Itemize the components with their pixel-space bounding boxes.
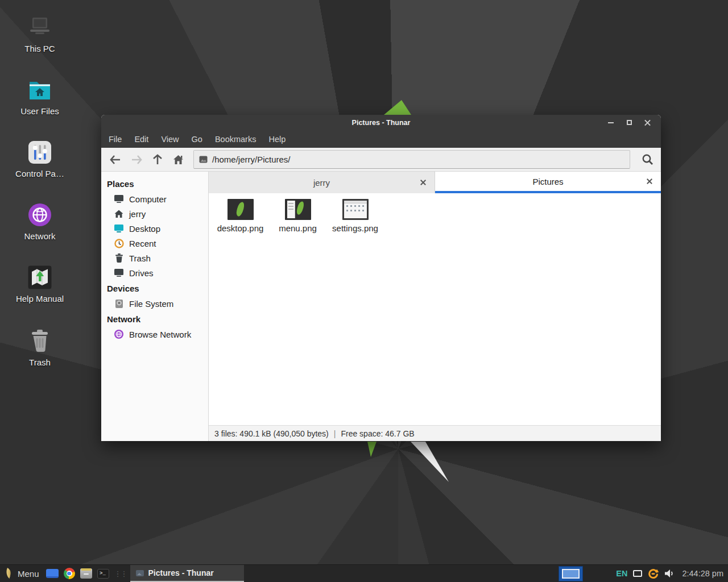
browse-network-globe-icon bbox=[114, 329, 124, 339]
sidebar-header-places: Places bbox=[101, 176, 208, 192]
menu-button[interactable]: Menu bbox=[0, 565, 44, 582]
network-globe-icon bbox=[11, 201, 68, 228]
home-folder-icon bbox=[11, 76, 68, 103]
workspace-switcher[interactable] bbox=[559, 566, 583, 581]
sidebar-item-label: Browse Network bbox=[129, 330, 191, 339]
drives-icon bbox=[114, 268, 124, 278]
status-files-summary: 3 files: 490.1 kB (490,050 bytes) bbox=[214, 429, 329, 438]
sidebar-item-desktop[interactable]: Desktop bbox=[101, 221, 208, 236]
menu-button-label: Menu bbox=[18, 569, 39, 579]
tab-jerry[interactable]: jerry bbox=[209, 172, 435, 193]
filesystem-drive-icon bbox=[114, 298, 124, 309]
status-divider: | bbox=[334, 429, 336, 438]
menu-edit[interactable]: Edit bbox=[128, 132, 155, 147]
sidebar-header-devices: Devices bbox=[101, 280, 208, 296]
tab-label: jerry bbox=[313, 178, 330, 188]
toolbar: /home/jerry/Pictures/ bbox=[101, 148, 661, 172]
minimize-button[interactable] bbox=[602, 115, 620, 130]
forward-button[interactable] bbox=[126, 150, 147, 169]
tab-pictures[interactable]: Pictures bbox=[435, 172, 661, 193]
search-icon bbox=[642, 153, 653, 165]
sidebar-item-trash[interactable]: Trash bbox=[101, 251, 208, 265]
help-manual-icon bbox=[11, 264, 68, 291]
file-settings-png[interactable]: settings.png bbox=[327, 199, 383, 233]
path-bar[interactable]: /home/jerry/Pictures/ bbox=[193, 150, 630, 169]
back-arrow-icon bbox=[110, 155, 121, 164]
file-desktop-png[interactable]: desktop.png bbox=[212, 199, 268, 233]
image-thumbnail bbox=[228, 199, 254, 220]
sidebar-item-label: Computer bbox=[129, 194, 167, 204]
update-manager-icon[interactable] bbox=[647, 568, 659, 580]
file-name: desktop.png bbox=[217, 223, 264, 233]
path-text: /home/jerry/Pictures/ bbox=[212, 155, 291, 164]
menu-go[interactable]: Go bbox=[185, 132, 209, 147]
sidebar-item-label: File System bbox=[129, 299, 173, 309]
file-name: menu.png bbox=[279, 223, 317, 233]
sidebar-item-label: Desktop bbox=[129, 224, 160, 234]
sidebar-item-file-system[interactable]: File System bbox=[101, 296, 208, 311]
taskbar-window-button[interactable]: Pictures - Thunar bbox=[130, 565, 244, 582]
menu-file[interactable]: File bbox=[102, 132, 128, 147]
desktop-icon-control-panel[interactable]: Control Pa… bbox=[11, 139, 68, 178]
window-list-grip: ⋮⋮ bbox=[112, 569, 129, 578]
clock[interactable]: 2:44:28 pm bbox=[682, 569, 723, 578]
trash-icon bbox=[114, 253, 124, 263]
image-thumbnail bbox=[342, 199, 369, 220]
tab-close-icon[interactable] bbox=[647, 178, 652, 184]
desktop-icon-this-pc[interactable]: This PC bbox=[11, 14, 68, 53]
menu-bookmarks[interactable]: Bookmarks bbox=[209, 132, 263, 147]
sidebar-item-drives[interactable]: Drives bbox=[101, 265, 208, 280]
sidebar-item-jerry[interactable]: jerry bbox=[101, 206, 208, 221]
volume-icon[interactable] bbox=[664, 569, 675, 578]
sidebar-item-label: Trash bbox=[129, 253, 151, 263]
minimize-icon bbox=[608, 122, 614, 123]
taskbar-window-label: Pictures - Thunar bbox=[148, 568, 214, 577]
home-icon bbox=[114, 209, 124, 219]
image-thumbnail bbox=[285, 199, 311, 220]
desktop-screen: This PC User Files bbox=[0, 0, 728, 582]
launcher-show-desktop[interactable] bbox=[44, 565, 61, 582]
computer-icon bbox=[114, 194, 124, 204]
keyboard-layout-indicator[interactable]: EN bbox=[616, 569, 627, 578]
home-button[interactable] bbox=[168, 150, 189, 169]
menu-help[interactable]: Help bbox=[262, 132, 292, 147]
search-button[interactable] bbox=[637, 150, 657, 169]
file-grid[interactable]: desktop.png menu.png bbox=[209, 193, 661, 425]
file-menu-png[interactable]: menu.png bbox=[270, 199, 326, 233]
desktop-icon-user-files[interactable]: User Files bbox=[11, 76, 68, 116]
menubar: File Edit View Go Bookmarks Help bbox=[101, 130, 661, 148]
desktop-icon-network[interactable]: Network bbox=[11, 201, 68, 241]
file-view: jerry Pictures desktop.png bbox=[209, 172, 661, 441]
tab-bar: jerry Pictures bbox=[209, 172, 661, 193]
sidebar-item-recent[interactable]: Recent bbox=[101, 236, 208, 251]
launcher-chrome[interactable] bbox=[61, 565, 78, 582]
tab-close-icon[interactable] bbox=[420, 180, 426, 185]
launcher-file-manager[interactable] bbox=[78, 565, 95, 582]
desktop-icon-help-manual[interactable]: Help Manual bbox=[11, 264, 68, 304]
sidebar-item-label: Drives bbox=[129, 268, 154, 278]
maximize-icon bbox=[627, 120, 632, 125]
launcher-terminal[interactable]: >_ bbox=[95, 565, 112, 582]
workspace-current bbox=[562, 569, 580, 579]
up-button[interactable] bbox=[147, 150, 168, 169]
window-title: Pictures - Thunar bbox=[352, 119, 411, 127]
display-tray-icon[interactable] bbox=[633, 570, 642, 577]
desktop-icon-label: User Files bbox=[11, 106, 68, 116]
forward-arrow-icon bbox=[131, 155, 142, 164]
desktop-icon-trash[interactable]: Trash bbox=[11, 327, 68, 367]
sidebar-item-label: jerry bbox=[129, 209, 146, 219]
status-bar: 3 files: 490.1 kB (490,050 bytes) | Free… bbox=[209, 425, 661, 441]
menu-view[interactable]: View bbox=[155, 132, 185, 147]
sidebar-header-network: Network bbox=[101, 311, 208, 327]
sidebar-item-computer[interactable]: Computer bbox=[101, 192, 208, 206]
tab-label: Pictures bbox=[532, 177, 563, 186]
desktop-icon-label: Control Pa… bbox=[11, 169, 68, 178]
titlebar[interactable]: Pictures - Thunar bbox=[101, 115, 661, 130]
file-cabinet-icon bbox=[80, 568, 92, 579]
desktop-icon-label: This PC bbox=[11, 44, 68, 53]
back-button[interactable] bbox=[105, 150, 126, 169]
close-button[interactable] bbox=[638, 115, 656, 130]
maximize-button[interactable] bbox=[620, 115, 638, 130]
sidebar-item-browse-network[interactable]: Browse Network bbox=[101, 327, 208, 342]
recent-clock-icon bbox=[114, 238, 124, 248]
